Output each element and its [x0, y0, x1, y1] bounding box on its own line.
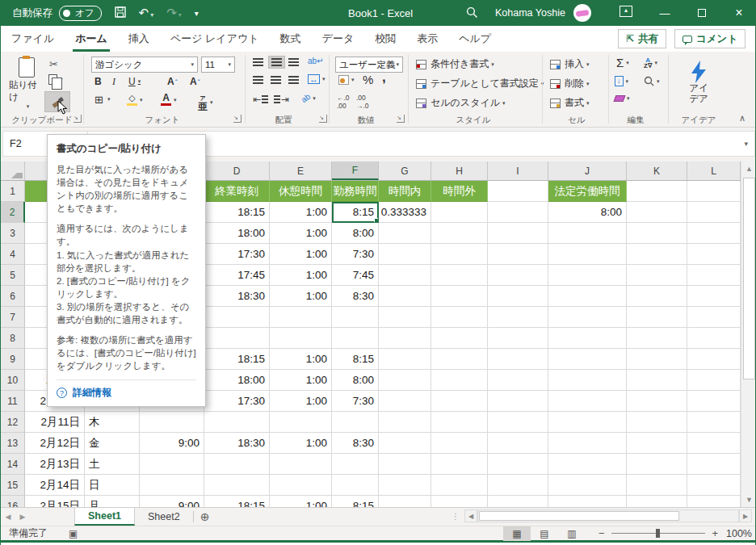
merge-center-button[interactable]: ↔▾ [308, 74, 326, 84]
zoom-slider[interactable] [611, 533, 706, 534]
cell-D10[interactable]: 18:00 [204, 370, 270, 391]
cell-F7[interactable] [332, 307, 379, 328]
borders-button[interactable]: ⊞▾ [93, 94, 111, 105]
percent-style-button[interactable]: % [363, 73, 373, 86]
cell-G6[interactable] [379, 286, 431, 307]
minimize-button[interactable]: — [647, 0, 682, 26]
cell-D8[interactable] [204, 328, 270, 349]
column-header-E[interactable]: E [270, 161, 332, 180]
cell-H3[interactable] [431, 223, 488, 244]
clipboard-dialog-launcher[interactable]: ↘ [74, 115, 82, 123]
cell-I15[interactable] [488, 475, 548, 496]
cell-E2[interactable]: 1:00 [270, 202, 332, 223]
cell-I7[interactable] [488, 307, 548, 328]
sheet-nav-left-icon[interactable]: ◀ [1, 508, 15, 526]
avatar[interactable] [573, 4, 591, 22]
cell-I13[interactable] [488, 433, 548, 454]
cell-H16[interactable] [431, 496, 488, 507]
cell-K13[interactable] [627, 433, 687, 454]
decrease-decimal-button[interactable]: .00→.0 [356, 94, 369, 110]
row-header-12[interactable]: 12 [1, 412, 25, 433]
cell-D7[interactable] [204, 307, 270, 328]
cell-F14[interactable] [332, 454, 379, 475]
scroll-left-icon[interactable]: ◀ [464, 509, 477, 522]
cell-E1[interactable]: 休憩時間 [270, 181, 332, 202]
scroll-right-icon[interactable]: ▶ [739, 509, 752, 522]
cell-E7[interactable] [270, 307, 332, 328]
cell-F2[interactable]: 8:15 [332, 202, 379, 223]
cell-styles-button[interactable]: セルのスタイル▾ [416, 96, 505, 110]
cell-J9[interactable] [548, 349, 627, 370]
cell-H7[interactable] [431, 307, 488, 328]
page-break-view-button[interactable]: ▥ [558, 526, 586, 541]
cell-H1[interactable]: 時間外 [431, 181, 488, 202]
cell-E16[interactable]: 1:00 [270, 496, 332, 507]
cell-E4[interactable]: 1:00 [270, 244, 332, 265]
cell-L12[interactable] [687, 412, 741, 433]
italic-button[interactable]: I [112, 76, 116, 88]
cell-A14[interactable]: 2月13日 [25, 454, 85, 475]
cell-B14[interactable]: 土 [85, 454, 140, 475]
cell-I3[interactable] [488, 223, 548, 244]
align-bottom-button[interactable] [288, 58, 299, 66]
cell-D13[interactable]: 18:30 [204, 433, 270, 454]
sheet-tab-sheet2[interactable]: Sheet2 [135, 508, 193, 526]
increase-decimal-button[interactable]: ←.0.00 [337, 94, 350, 110]
row-header-7[interactable]: 7 [1, 307, 25, 328]
align-right-button[interactable] [288, 76, 299, 84]
cell-J6[interactable] [548, 286, 627, 307]
horizontal-scroll-thumb[interactable] [479, 511, 679, 521]
column-header-J[interactable]: J [548, 161, 627, 180]
cell-K15[interactable] [627, 475, 687, 496]
cell-I11[interactable] [488, 391, 548, 412]
cell-J7[interactable] [548, 307, 627, 328]
cell-K4[interactable] [627, 244, 687, 265]
cell-F4[interactable]: 7:30 [332, 244, 379, 265]
cell-L7[interactable] [687, 307, 741, 328]
cell-K10[interactable] [627, 370, 687, 391]
row-header-2[interactable]: 2 [1, 202, 25, 223]
ideas-button[interactable]: アイデア [679, 55, 718, 110]
phonetic-guide-button[interactable]: ア亜▾ [198, 94, 213, 111]
tab-page-layout[interactable]: ページ レイアウト [160, 26, 270, 52]
row-header-4[interactable]: 4 [1, 244, 25, 265]
cell-H6[interactable] [431, 286, 488, 307]
cell-H4[interactable] [431, 244, 488, 265]
zoom-slider-handle[interactable] [656, 529, 660, 538]
column-header-H[interactable]: H [431, 161, 488, 180]
font-size-combo[interactable]: 11▾ [201, 57, 235, 73]
wrap-text-button[interactable]: ab↵ [308, 57, 324, 65]
cell-E13[interactable]: 1:00 [270, 433, 332, 454]
cell-G3[interactable] [379, 223, 431, 244]
cell-L13[interactable] [687, 433, 741, 454]
cell-L6[interactable] [687, 286, 741, 307]
number-format-combo[interactable]: ユーザー定義▾ [335, 57, 403, 73]
autosum-button[interactable]: Σ▾ [616, 56, 629, 69]
cell-H15[interactable] [431, 475, 488, 496]
cell-K3[interactable] [627, 223, 687, 244]
cell-G7[interactable] [379, 307, 431, 328]
save-icon[interactable] [115, 6, 126, 20]
cell-J13[interactable] [548, 433, 627, 454]
cell-K11[interactable] [627, 391, 687, 412]
cell-H2[interactable] [431, 202, 488, 223]
font-dialog-launcher[interactable]: ↘ [233, 115, 242, 123]
cell-E12[interactable] [270, 412, 332, 433]
number-dialog-launcher[interactable]: ↘ [397, 115, 405, 123]
scrollbar-resize-handle[interactable]: ⋮ [452, 512, 460, 521]
cell-G11[interactable] [379, 391, 431, 412]
cell-D4[interactable]: 17:30 [204, 244, 270, 265]
alignment-dialog-launcher[interactable]: ↘ [319, 115, 327, 123]
tooltip-learn-more-link[interactable]: ?詳細情報 [57, 386, 196, 400]
cell-F6[interactable]: 8:30 [332, 286, 379, 307]
insert-cells-button[interactable]: 挿入▾ [550, 57, 590, 71]
cell-F5[interactable]: 7:45 [332, 265, 379, 286]
paste-caret[interactable]: ▾ [27, 103, 30, 110]
select-all-corner[interactable] [1, 161, 25, 180]
row-header-5[interactable]: 5 [1, 265, 25, 286]
normal-view-button[interactable]: ▦ [503, 526, 531, 541]
cell-F1[interactable]: 勤務時間 [332, 181, 379, 202]
cell-F16[interactable]: 8:15 [332, 496, 379, 507]
cell-D9[interactable]: 18:15 [204, 349, 270, 370]
cell-H14[interactable] [431, 454, 488, 475]
